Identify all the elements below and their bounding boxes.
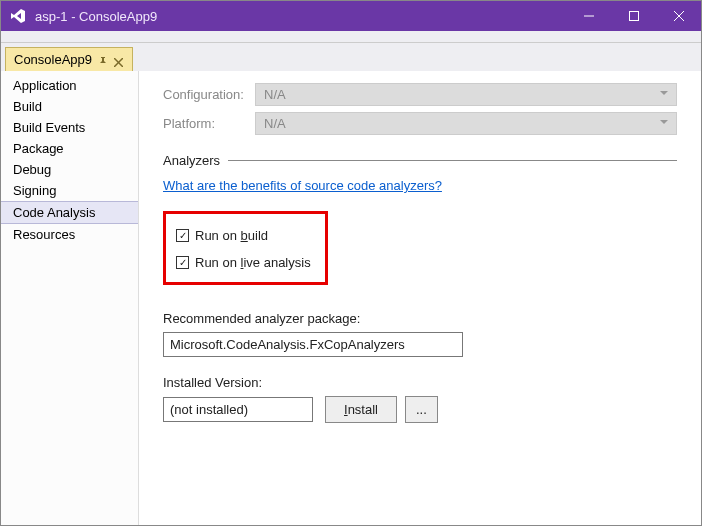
divider — [228, 160, 677, 161]
installed-version-field[interactable]: (not installed) — [163, 397, 313, 422]
tab-label: ConsoleApp9 — [14, 52, 92, 67]
sidebar-item-package[interactable]: Package — [1, 138, 138, 159]
run-on-build-row: Run on build — [176, 228, 311, 243]
tab-strip: ConsoleApp9 — [1, 43, 701, 71]
highlighted-options-box: Run on build Run on live analysis — [163, 211, 328, 285]
browse-button[interactable]: ... — [405, 396, 438, 423]
vs-logo-icon — [9, 7, 27, 25]
tab-consoleapp9[interactable]: ConsoleApp9 — [5, 47, 133, 71]
titlebar: asp-1 - ConsoleApp9 — [1, 1, 701, 31]
run-on-live-label: Run on live analysis — [195, 255, 311, 270]
run-on-build-label: Run on build — [195, 228, 268, 243]
editor-body: Application Build Build Events Package D… — [1, 71, 701, 525]
analyzers-section-header: Analyzers — [163, 153, 677, 168]
window-buttons — [566, 1, 701, 31]
platform-combo[interactable]: N/A — [255, 112, 677, 135]
tab-close-icon[interactable] — [114, 55, 124, 65]
configuration-row: Configuration: N/A — [163, 83, 677, 106]
pin-icon[interactable] — [98, 55, 108, 65]
sidebar-item-build-events[interactable]: Build Events — [1, 117, 138, 138]
sidebar-item-code-analysis[interactable]: Code Analysis — [1, 201, 138, 224]
window-title: asp-1 - ConsoleApp9 — [35, 9, 566, 24]
configuration-label: Configuration: — [163, 87, 255, 102]
recommended-package-field[interactable]: Microsoft.CodeAnalysis.FxCopAnalyzers — [163, 332, 463, 357]
recommended-label: Recommended analyzer package: — [163, 311, 677, 326]
analyzers-section-label: Analyzers — [163, 153, 220, 168]
sidebar-item-signing[interactable]: Signing — [1, 180, 138, 201]
toolbar-strip — [1, 31, 701, 43]
sidebar-item-application[interactable]: Application — [1, 75, 138, 96]
run-on-build-checkbox[interactable] — [176, 229, 189, 242]
sidebar-item-debug[interactable]: Debug — [1, 159, 138, 180]
project-settings-sidebar: Application Build Build Events Package D… — [1, 71, 139, 525]
sidebar-item-build[interactable]: Build — [1, 96, 138, 117]
platform-row: Platform: N/A — [163, 112, 677, 135]
install-button[interactable]: Install — [325, 396, 397, 423]
sidebar-item-resources[interactable]: Resources — [1, 224, 138, 245]
run-on-live-row: Run on live analysis — [176, 255, 311, 270]
benefits-link[interactable]: What are the benefits of source code ana… — [163, 178, 677, 193]
install-row: (not installed) Install ... — [163, 396, 677, 423]
installed-version-label: Installed Version: — [163, 375, 677, 390]
settings-content: Configuration: N/A Platform: N/A Analyze… — [139, 71, 701, 525]
minimize-button[interactable] — [566, 1, 611, 31]
run-on-live-checkbox[interactable] — [176, 256, 189, 269]
maximize-button[interactable] — [611, 1, 656, 31]
configuration-combo[interactable]: N/A — [255, 83, 677, 106]
platform-label: Platform: — [163, 116, 255, 131]
close-button[interactable] — [656, 1, 701, 31]
svg-rect-1 — [629, 12, 638, 21]
